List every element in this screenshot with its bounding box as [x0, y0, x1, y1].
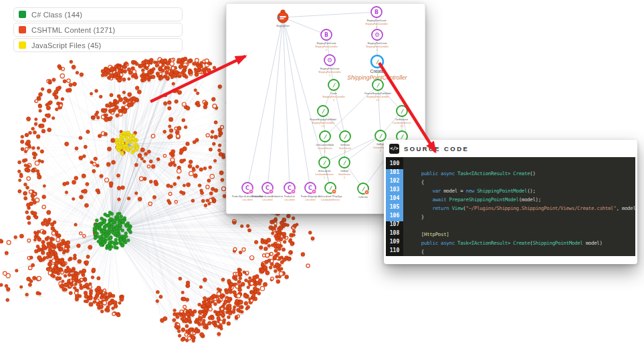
code-line-104: 104 await PrepareShippingPointModel(mode… [386, 195, 635, 204]
code-line-105: 105 return View("~/Plugins/Shipping.Ship… [386, 204, 635, 213]
svg-text:C: C [288, 185, 292, 191]
node-label: ProductShippingList [301, 195, 320, 198]
node-label: ShippingPointCreate [320, 68, 339, 70]
svg-text:B: B [374, 9, 379, 15]
line-number[interactable]: 102 [386, 178, 403, 187]
code-line-108: 108 [HttpPost] [386, 230, 635, 239]
graph-node-GetById[interactable]: / [375, 130, 386, 141]
source-code-title: SOURCE CODE [404, 145, 469, 152]
line-number[interactable]: 103 [386, 187, 403, 195]
node-label: ShippingPointController [312, 122, 334, 124]
node-label: 1 [329, 74, 330, 77]
graph-node-ShippingPointCreate[interactable]: ⚙ [372, 29, 383, 40]
graph-node-GetResource[interactable]: / [397, 106, 407, 116]
source-code-panel: </> SOURCE CODE 100101 public async Task… [384, 140, 637, 264]
line-number[interactable]: 106 [386, 213, 403, 221]
svg-text:C: C [308, 185, 312, 191]
legend-label: CSHTML Content (1271) [31, 26, 115, 34]
code-line-109: 109 public async Task<IActionResult> Cre… [386, 239, 635, 247]
node-label: GetLocalized TPropType [318, 195, 342, 198]
node-label: GetCountriesByIds [316, 144, 334, 146]
line-number[interactable]: 105 [386, 204, 403, 213]
node-label: 1 2 [322, 125, 325, 128]
graph-node-GetLocalized[interactable]: / [319, 157, 330, 168]
node-label: ShippingPointCreate [367, 42, 387, 45]
node-label: ShippingPointController [318, 71, 341, 74]
node-label: LocalizationService [321, 199, 340, 201]
node-label: Create [330, 92, 337, 95]
code-line-106: 106 } [386, 213, 635, 221]
graph-node-ProductShippingList[interactable]: C [305, 183, 316, 194]
line-number[interactable]: 110 [386, 247, 403, 256]
cshtml-content-swatch [19, 26, 26, 33]
csharp-class-swatch [19, 11, 26, 18]
graph-node-Collection[interactable]: / [358, 183, 369, 195]
code-line-110: 110 { [386, 247, 635, 256]
node-label: ShippingPointCreate [366, 19, 386, 22]
node-label: GetStates [340, 144, 350, 146]
legend-item-csharp-class[interactable]: C# Class (144) [13, 7, 183, 21]
graph-node-PrepareShippingPointModel[interactable]: / [318, 106, 328, 116]
graph-node-ProductSpecificationAttributeList[interactable]: C [262, 183, 274, 194]
line-number[interactable]: 104 [386, 195, 403, 204]
graph-node-Create[interactable]: / [371, 55, 383, 68]
app-canvas: C# Class (144) CSHTML Content (1271) Jav… [0, 0, 644, 343]
node-label: ShippingPointController [315, 45, 338, 48]
graph-node-GetById[interactable]: / [339, 157, 350, 168]
graph-node-GetLocalized TPropType[interactable]: / [325, 183, 336, 194]
line-number[interactable]: 109 [386, 239, 403, 247]
graph-node-PrepareShippingPointModel[interactable]: / [372, 80, 383, 90]
graph-edge [247, 17, 283, 188]
line-number[interactable]: 107 [386, 221, 403, 230]
line-number[interactable]: 100 [386, 160, 403, 169]
graph-edge [283, 17, 290, 188]
node-label: List.cshtml [262, 199, 272, 201]
node-label: List.cshtml [242, 199, 252, 201]
node-label: CountryService [318, 147, 332, 150]
legend-label: JavaScript Files (45) [31, 41, 101, 49]
graph-node-ShippingPointCreate[interactable]: B [371, 7, 382, 17]
legend-item-javascript-files[interactable]: JavaScript Files (45) [13, 38, 183, 52]
code-line-101: 101 public async Task<IActionResult> Cre… [386, 169, 635, 178]
node-label: 1 [324, 177, 325, 179]
node-label: 2 [333, 99, 334, 102]
node-label: ShippingPointCreate [316, 42, 336, 45]
legend-item-cshtml-content[interactable]: CSHTML Content (1271) [13, 23, 183, 37]
node-label: ShippingPointController [366, 45, 389, 48]
node-label: 2 [376, 26, 377, 29]
node-label: GetResource [396, 118, 409, 121]
source-code-header: </> SOURCE CODE [386, 140, 635, 157]
graph-node-ProductList[interactable]: C [284, 183, 296, 194]
node-label: 2 [344, 150, 346, 153]
code-editor[interactable]: 100101 public async Task<IActionResult> … [386, 157, 635, 256]
node-label: GetLocalized [318, 170, 331, 173]
node-label: ShippingPointController [366, 96, 389, 98]
svg-text:⚙: ⚙ [374, 31, 380, 38]
node-label: Collection [358, 196, 368, 199]
line-number[interactable]: 108 [386, 230, 403, 239]
svg-text:C: C [245, 185, 249, 191]
node-label: StoreService [338, 173, 350, 176]
node-label: PrepareShippingPointModel [364, 92, 391, 95]
line-number[interactable]: 101 [386, 169, 403, 178]
node-label: LocalizationService [315, 173, 334, 176]
graph-node-ShippingPointCreate[interactable]: ⚙ [324, 55, 335, 66]
node-label: 2 [344, 177, 345, 179]
code-line-103: 103 var model = new ShippingPointModel()… [386, 187, 635, 195]
graph-node-ShippingPointCreate[interactable]: B [321, 29, 332, 40]
node-label: List.cshtml [284, 199, 294, 201]
svg-text:C: C [265, 185, 270, 191]
graph-node-GetStates[interactable]: / [340, 131, 350, 142]
graph-node-ShippingPoint[interactable] [278, 10, 288, 23]
code-line-107: 107 [386, 221, 635, 230]
graph-node-Create[interactable]: / [328, 80, 339, 90]
graph-node-GetCountriesByIds[interactable]: / [320, 131, 330, 142]
graph-node-ProductSpecificationAttributeAdd[interactable]: C [242, 183, 253, 194]
node-label: ProductList [284, 195, 295, 198]
node-label: StateService [339, 147, 351, 150]
node-label: Create [370, 69, 384, 74]
graph-edge [324, 136, 381, 162]
node-label: LocalizationService [393, 122, 411, 124]
node-label: ProductSpecificationAttributeList [252, 195, 283, 198]
code-line-102: 102 { [386, 178, 635, 187]
